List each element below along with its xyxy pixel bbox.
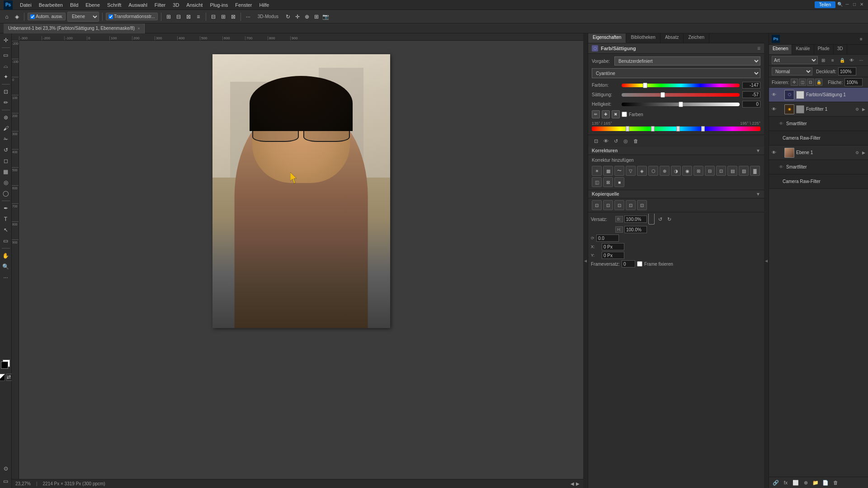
clone-tool[interactable]: ✁ xyxy=(1,134,11,144)
align-center-icon[interactable]: ⊟ xyxy=(175,13,183,21)
range-marker-mid-left[interactable] xyxy=(651,126,655,131)
reset-wh-icon[interactable]: ↺ xyxy=(656,215,665,223)
settings-icon-fotofilter[interactable]: ⚙ xyxy=(854,107,860,112)
layer-item-smartfilter-1[interactable]: 👁 Smartfilter xyxy=(769,117,868,131)
camera-icon[interactable]: 📷 xyxy=(322,13,330,21)
filter-toggle-icon[interactable]: ≡ xyxy=(829,56,837,64)
layer-item-camera-raw-1[interactable]: Camera Raw-Filter xyxy=(769,131,868,145)
vibrance-icon[interactable]: ◈ xyxy=(637,166,647,176)
crop-tool[interactable]: ⊡ xyxy=(1,87,11,97)
marquee-tool[interactable]: ▭ xyxy=(1,50,11,60)
sattigung-value[interactable]: -57 xyxy=(742,91,760,98)
blend-mode-dropdown[interactable]: Normal xyxy=(772,67,812,75)
shape-tool[interactable]: ▭ xyxy=(1,236,11,246)
h-input[interactable] xyxy=(624,226,647,233)
extra-tools[interactable]: ··· xyxy=(1,272,11,282)
more-icon[interactable]: ··· xyxy=(857,56,865,64)
rotate-icon[interactable]: ↻ xyxy=(284,13,292,21)
helligkeit-value[interactable]: 0 xyxy=(742,101,760,108)
visibility-toggle-icon[interactable]: 👁 xyxy=(848,56,856,64)
add-style-icon[interactable]: fx xyxy=(782,479,790,487)
transform-button[interactable]: Transformationsstr... xyxy=(106,13,158,20)
delete-layer-icon[interactable]: 🗑 xyxy=(831,479,840,487)
menu-3d[interactable]: 3D xyxy=(170,1,182,9)
transform-checkbox[interactable] xyxy=(108,14,113,19)
b-input[interactable] xyxy=(624,216,647,223)
layer-select[interactable]: Ebene xyxy=(67,12,99,22)
layer-vis-smartfilter-1[interactable]: 👁 xyxy=(778,121,784,127)
tab-kanale[interactable]: Kanäle xyxy=(792,45,814,54)
frame-fixieren-checkbox[interactable] xyxy=(637,261,642,267)
range-marker-right[interactable] xyxy=(701,126,705,131)
posterize-icon[interactable]: ▤ xyxy=(727,166,737,176)
zoom-tool-left[interactable]: 🔍 xyxy=(1,262,11,272)
flache-input[interactable]: 100% xyxy=(844,78,863,86)
pattern-icon[interactable]: ⊠ xyxy=(603,177,613,187)
fix-all-icon[interactable]: 🔒 xyxy=(815,79,822,86)
tab-absatz[interactable]: Absatz xyxy=(660,33,684,43)
auto-select-button[interactable]: Autom. ausw. xyxy=(28,13,66,20)
eyedropper-plus-icon[interactable]: ✚ xyxy=(602,110,610,118)
close-tab-icon[interactable]: × xyxy=(137,26,140,31)
default-colors-icon[interactable] xyxy=(0,374,5,381)
helligkeit-slider[interactable] xyxy=(622,103,740,106)
color-balance-icon[interactable]: ⊕ xyxy=(660,166,670,176)
tab-bibliotheken[interactable]: Bibliotheken xyxy=(626,33,660,43)
x-input[interactable]: 0 Px xyxy=(602,243,624,250)
new-fill-icon[interactable]: ⊕ xyxy=(802,479,810,487)
hand-tool[interactable]: ✋ xyxy=(1,251,11,261)
menu-ansicht[interactable]: Ansicht xyxy=(184,1,205,9)
align-left-icon[interactable]: ⊞ xyxy=(165,13,173,21)
solid-color-icon[interactable]: ■ xyxy=(614,177,624,187)
blur-tool[interactable]: ◎ xyxy=(1,178,11,188)
range-marker-left[interactable] xyxy=(626,126,629,131)
tab-ebenen[interactable]: Ebenen xyxy=(769,45,792,54)
tab-3d[interactable]: 3D xyxy=(834,45,847,54)
frameversatz-input[interactable]: 0 xyxy=(622,260,635,267)
canvas-viewport[interactable] xyxy=(19,41,583,479)
menu-auswahl[interactable]: Auswahl xyxy=(126,1,150,9)
layer-item-fotofilter[interactable]: 👁 ◉ Fotofilter 1 ⚙ ▶ xyxy=(769,102,868,117)
layer-item-smartfilter-2[interactable]: 👁 Smartfilter xyxy=(769,160,868,174)
tab-zeichen[interactable]: Zeichen xyxy=(684,33,709,43)
kopier-source-4[interactable]: ⊡ xyxy=(626,200,636,210)
new-group-layers-icon[interactable]: 📁 xyxy=(811,479,820,487)
document-tab[interactable]: Unbenannt-1 bei 23,3% (Farbton/Sättigung… xyxy=(4,23,145,33)
channel-dropdown[interactable]: Cyantöne xyxy=(592,68,760,78)
search-icon[interactable]: 🔍 xyxy=(837,1,843,7)
fix-position-icon[interactable]: ✢ xyxy=(791,79,798,86)
exposure-icon[interactable]: ▽ xyxy=(626,166,636,176)
gradient-tool[interactable]: ▦ xyxy=(1,167,11,177)
gradient-map-icon[interactable]: ▓ xyxy=(750,166,760,176)
menu-datei[interactable]: Datei xyxy=(17,1,34,9)
new-layer-icon[interactable]: 📄 xyxy=(821,479,830,487)
layer-type-filter[interactable]: Art xyxy=(772,56,818,64)
kopier-source-2[interactable]: ⊡ xyxy=(603,200,613,210)
align-right-icon[interactable]: ⊠ xyxy=(184,13,193,21)
menu-bild[interactable]: Bild xyxy=(67,1,81,9)
distribute-left-icon[interactable]: ⊟ xyxy=(209,13,217,21)
previous-state-icon[interactable]: 👁 xyxy=(602,137,610,145)
close-icon[interactable]: ✕ xyxy=(859,1,864,7)
sattigung-slider[interactable] xyxy=(622,93,740,97)
menu-ebene[interactable]: Ebene xyxy=(83,1,103,9)
kopierquelle-header[interactable]: Kopierquelle ▼ xyxy=(588,190,764,198)
layer-vis-smartfilter-2[interactable]: 👁 xyxy=(778,164,784,170)
y-input[interactable]: 0 Px xyxy=(602,252,624,259)
eyedropper-minus-icon[interactable]: ✖ xyxy=(612,110,620,118)
kopierquelle-expand-icon[interactable]: ▼ xyxy=(756,192,760,197)
farben-checkbox[interactable] xyxy=(622,112,627,117)
selective-color-icon[interactable]: ◫ xyxy=(592,177,602,187)
eyedropper-tool[interactable]: ✏ xyxy=(1,98,11,108)
levels-icon[interactable]: ▦ xyxy=(603,166,613,176)
panel-options-icon[interactable]: ≡ xyxy=(857,35,865,43)
tab-pfade[interactable]: Pfade xyxy=(814,45,834,54)
layer-vis-fotofilter[interactable]: 👁 xyxy=(771,106,777,113)
eyedropper-add-icon[interactable]: ✏ xyxy=(592,110,600,118)
pen-tool[interactable]: ✒ xyxy=(1,203,11,213)
layer-item-ebene1[interactable]: 👁 Ebene 1 ⚙ ▶ xyxy=(769,145,868,160)
menu-schrift[interactable]: Schrift xyxy=(104,1,124,9)
reset-icon[interactable]: ↺ xyxy=(612,137,620,145)
quick-mask-icon[interactable]: ⊙ xyxy=(1,464,11,474)
layer-vis-ebene1[interactable]: 👁 xyxy=(771,150,777,156)
